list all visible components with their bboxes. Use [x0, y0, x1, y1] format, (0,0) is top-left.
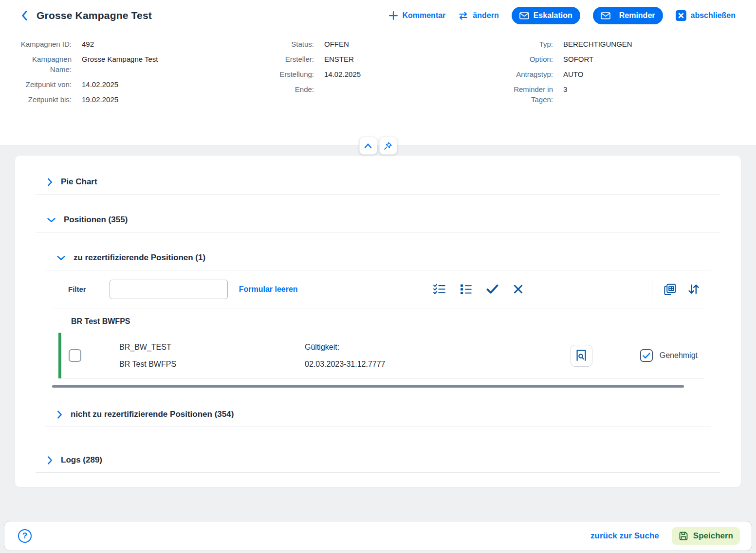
campaign-fields: Kampagnen ID:492 Kampagnen Name:Grosse K…	[20, 39, 736, 105]
content-card: Pie Chart Positionen (355) zu rezertifiz…	[15, 156, 741, 487]
position-validity-cell: Gültigkeit: 02.03.2023-31.12.7777	[305, 342, 465, 369]
eskalation-button[interactable]: Eskalation	[512, 7, 580, 24]
pin-icon	[384, 142, 392, 150]
section-title: Pie Chart	[61, 177, 97, 187]
approved-label: Genehmigt	[660, 351, 698, 360]
chevron-left-icon	[21, 11, 28, 20]
section-zu-rezert: zu rezertifizierende Positionen (1)	[45, 246, 711, 270]
decline-all-button[interactable]	[513, 284, 523, 294]
position-name-cell: BR_BW_TEST BR Test BWFPS	[119, 342, 241, 369]
multiselect-checklist-button[interactable]	[433, 284, 445, 295]
clear-form-button[interactable]: Formular leeren	[239, 285, 298, 294]
check-icon	[643, 353, 650, 359]
field-value-kampagnen-name: Grosse Kampagne Test	[82, 54, 158, 74]
check-icon	[486, 284, 498, 294]
section-logs-header[interactable]: Logs (289)	[47, 455, 720, 465]
horizontal-scrollbar	[52, 385, 694, 388]
selection-icon-group	[433, 284, 523, 295]
chevron-right-icon	[47, 178, 53, 186]
export-spreadsheet-button[interactable]	[664, 284, 676, 295]
page-title: Grosse Kampagne Test	[37, 10, 152, 21]
close-square-icon	[676, 10, 686, 21]
section-pie-chart: Pie Chart	[36, 170, 720, 195]
help-button[interactable]: ?	[18, 529, 32, 543]
section-title: Logs (289)	[61, 455, 102, 465]
approved-checkbox[interactable]	[640, 349, 653, 362]
checklist-icon	[433, 284, 445, 295]
section-title: zu rezertifizierende Positionen (1)	[74, 253, 205, 263]
field-value-zeitpunkt-bis: 19.02.2025	[82, 94, 118, 105]
field-label: Erstellung:	[253, 69, 314, 79]
save-floppy-icon	[679, 531, 688, 541]
back-button[interactable]	[20, 10, 29, 21]
section-logs: Logs (289)	[36, 448, 720, 473]
field-label: Zeitpunkt von:	[20, 79, 72, 89]
field-label: Zeitpunkt bis:	[20, 94, 72, 105]
envelope-icon	[519, 12, 529, 19]
pin-header-button[interactable]	[379, 137, 397, 155]
row-select-checkbox[interactable]	[69, 349, 81, 362]
validity-label: Gültigkeit:	[305, 342, 465, 352]
section-positionen-header[interactable]: Positionen (355)	[47, 215, 720, 225]
section-title: nicht zu rezertifizierende Positionen (3…	[71, 410, 234, 419]
header-float-buttons	[359, 137, 397, 155]
reminder-button[interactable]: Reminder	[593, 7, 663, 24]
field-value-status: OFFEN	[324, 39, 349, 49]
field-label: Reminder in Tagen:	[492, 84, 553, 105]
approve-group: Genehmigt	[640, 349, 698, 362]
list-icon	[460, 284, 472, 295]
filter-label: Filter	[68, 285, 86, 293]
sort-button[interactable]	[688, 284, 700, 295]
back-to-search-link[interactable]: zurück zur Suche	[590, 531, 659, 541]
section-nicht-zu-rezert-header[interactable]: nicht zu rezertifizierende Positionen (3…	[57, 410, 711, 419]
field-value-option: SOFORT	[563, 54, 593, 64]
horizontal-scrollbar-thumb[interactable]	[52, 385, 684, 388]
chevron-up-icon	[364, 143, 372, 149]
aendern-button[interactable]: ändern	[458, 11, 498, 20]
field-label: Kampagnen ID:	[20, 39, 72, 49]
title-row: Grosse Kampagne Test Kommentar ändern Es…	[20, 0, 736, 19]
sort-arrows-icon	[688, 284, 700, 295]
chevron-down-icon	[57, 255, 65, 261]
inspect-details-button[interactable]	[571, 345, 592, 367]
collapse-header-button[interactable]	[359, 137, 377, 155]
table-group-header: BR Test BWFPS	[71, 317, 704, 326]
chevron-down-icon	[47, 217, 55, 223]
field-value-erstellung: 14.02.2025	[324, 69, 361, 79]
accept-all-button[interactable]	[486, 284, 498, 294]
chevron-right-icon	[57, 410, 62, 419]
field-label: Typ:	[492, 39, 553, 49]
field-value-zeitpunkt-von: 14.02.2025	[82, 79, 118, 89]
abschliessen-button[interactable]: abschließen	[676, 10, 736, 21]
footer-bar: ? zurück zur Suche Speichern	[4, 521, 752, 551]
field-label: Antragstyp:	[492, 69, 553, 79]
field-label: Option:	[492, 54, 553, 64]
section-title: Positionen (355)	[64, 215, 128, 225]
position-name: BR_BW_TEST	[119, 342, 241, 352]
export-spreadsheet-icon	[664, 284, 676, 295]
field-value-typ: BERECHTIGUNGEN	[563, 39, 632, 49]
list-select-button[interactable]	[460, 284, 472, 295]
field-value-antragstyp: AUTO	[563, 69, 583, 79]
help-icon: ?	[18, 529, 32, 543]
position-description: BR Test BWFPS	[119, 359, 241, 369]
save-button[interactable]: Speichern	[672, 527, 740, 545]
toolbar-divider	[652, 280, 652, 299]
validity-value: 02.03.2023-31.12.7777	[305, 359, 465, 369]
field-label: Status:	[253, 39, 314, 49]
swap-arrows-icon	[458, 12, 468, 20]
section-pie-chart-header[interactable]: Pie Chart	[47, 177, 720, 187]
position-row[interactable]: BR_BW_TEST BR Test BWFPS Gültigkeit: 02.…	[58, 333, 704, 379]
section-zu-rezert-header[interactable]: zu rezertifizierende Positionen (1)	[57, 253, 711, 263]
header-actions: Kommentar ändern Eskalation Reminder	[389, 7, 736, 24]
field-value-reminder-tage: 3	[563, 84, 567, 105]
field-value-ersteller: ENSTER	[324, 54, 354, 64]
field-label: Ende:	[253, 84, 314, 94]
filter-toolbar: Filter Formular leeren	[52, 270, 704, 308]
plus-icon	[389, 11, 398, 20]
table-tools-group	[652, 280, 700, 299]
filter-input[interactable]	[110, 280, 228, 299]
field-label: Kampagnen Name:	[20, 54, 72, 74]
chevron-right-icon	[47, 456, 53, 464]
kommentar-button[interactable]: Kommentar	[389, 11, 445, 20]
